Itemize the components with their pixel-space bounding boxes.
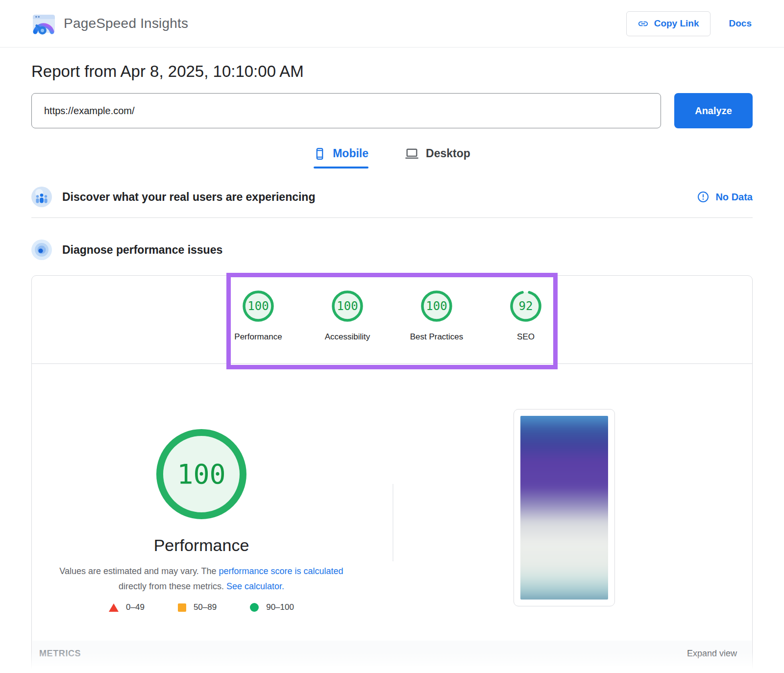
screenshot-frame bbox=[520, 416, 608, 600]
tab-desktop-label: Desktop bbox=[426, 147, 470, 160]
link-icon bbox=[637, 18, 649, 29]
legend-fail-range: 0–49 bbox=[126, 602, 145, 612]
score-value: 92 bbox=[509, 289, 542, 323]
score-ring: 100 bbox=[242, 289, 275, 323]
average-square-icon bbox=[178, 603, 186, 612]
score-ring: 92 bbox=[509, 289, 542, 323]
page-screenshot-thumbnail[interactable] bbox=[514, 409, 615, 606]
fail-triangle-icon bbox=[109, 603, 119, 612]
pagespeed-logo-icon bbox=[32, 12, 55, 35]
device-tabs: Mobile Desktop bbox=[31, 147, 753, 168]
performance-gauge-title: Performance bbox=[32, 536, 371, 555]
section-divider bbox=[31, 217, 753, 218]
legend-fail: 0–49 bbox=[109, 602, 145, 612]
laptop-icon bbox=[405, 148, 419, 160]
phone-icon bbox=[314, 147, 326, 160]
vertical-divider bbox=[392, 484, 393, 561]
category-scores-row: 100 Performance 100 Accessibility bbox=[32, 276, 752, 364]
pass-circle-icon bbox=[250, 603, 259, 612]
score-best-practices[interactable]: 100 Best Practices bbox=[392, 289, 481, 363]
header-actions: Copy Link Docs bbox=[626, 11, 752, 36]
expand-view-button[interactable]: Expand view bbox=[687, 649, 737, 659]
tab-desktop[interactable]: Desktop bbox=[405, 147, 470, 168]
tab-desktop-underline bbox=[405, 167, 470, 168]
score-accessibility[interactable]: 100 Accessibility bbox=[303, 289, 392, 363]
lab-data-header: Diagnose performance issues bbox=[31, 240, 222, 260]
docs-link[interactable]: Docs bbox=[729, 18, 752, 29]
gauge-desc-text-1: Values are estimated and may vary. The bbox=[59, 566, 219, 576]
url-row: Analyze bbox=[31, 93, 753, 128]
copy-link-label: Copy Link bbox=[654, 18, 699, 29]
metrics-footer: METRICS Expand view bbox=[32, 641, 752, 666]
brand[interactable]: PageSpeed Insights bbox=[32, 12, 188, 35]
score-label: Accessibility bbox=[325, 332, 370, 342]
lab-data-title: Diagnose performance issues bbox=[62, 243, 222, 257]
main-content: Report from Apr 8, 2025, 10:10:00 AM Ana… bbox=[0, 62, 784, 673]
metrics-heading: METRICS bbox=[39, 649, 81, 659]
analyze-button[interactable]: Analyze bbox=[674, 93, 753, 128]
lab-data-section: Diagnose performance issues bbox=[31, 240, 753, 260]
legend-pass-range: 90–100 bbox=[266, 602, 294, 612]
score-value: 100 bbox=[242, 289, 275, 323]
score-legend: 0–49 50–89 90–100 bbox=[32, 602, 371, 612]
score-calc-link[interactable]: performance score is calculated bbox=[219, 566, 343, 576]
report-title: Report from Apr 8, 2025, 10:10:00 AM bbox=[31, 62, 753, 81]
no-data-status[interactable]: No Data bbox=[697, 191, 753, 203]
copy-link-button[interactable]: Copy Link bbox=[626, 11, 710, 36]
field-data-title: Discover what your real users are experi… bbox=[62, 191, 315, 204]
see-calculator-link[interactable]: See calculator. bbox=[226, 581, 284, 591]
gauge-desc-text-2: directly from these metrics. bbox=[119, 581, 226, 591]
legend-pass: 90–100 bbox=[250, 602, 294, 612]
score-value: 100 bbox=[420, 289, 453, 323]
score-label: Best Practices bbox=[410, 332, 464, 342]
score-ring: 100 bbox=[331, 289, 364, 323]
app-header: PageSpeed Insights Copy Link Docs bbox=[0, 0, 784, 48]
app-title: PageSpeed Insights bbox=[64, 16, 188, 31]
error-icon bbox=[697, 191, 709, 203]
users-icon bbox=[31, 187, 52, 207]
score-value: 100 bbox=[331, 289, 364, 323]
field-data-section: Discover what your real users are experi… bbox=[31, 187, 753, 207]
field-data-header: Discover what your real users are experi… bbox=[31, 187, 315, 207]
score-performance[interactable]: 100 Performance bbox=[214, 289, 303, 363]
gauge-icon bbox=[31, 240, 52, 260]
performance-gauge[interactable]: 100 bbox=[156, 429, 246, 519]
tab-mobile[interactable]: Mobile bbox=[314, 147, 368, 168]
legend-average: 50–89 bbox=[178, 602, 217, 612]
screenshot-image bbox=[520, 416, 608, 600]
score-seo[interactable]: 92 SEO bbox=[481, 289, 570, 363]
gauge-description: Values are estimated and may vary. The p… bbox=[47, 564, 356, 594]
score-label: SEO bbox=[517, 332, 535, 342]
legend-average-range: 50–89 bbox=[194, 602, 217, 612]
url-input[interactable] bbox=[31, 93, 661, 128]
score-ring: 100 bbox=[420, 289, 453, 323]
tab-mobile-label: Mobile bbox=[333, 147, 368, 160]
score-label: Performance bbox=[234, 332, 282, 342]
report-card: 100 Performance 100 Accessibility bbox=[31, 275, 753, 673]
no-data-label: No Data bbox=[715, 192, 753, 203]
tab-mobile-underline bbox=[314, 167, 368, 168]
performance-gauge-section: 100 Performance Values are estimated and… bbox=[32, 364, 371, 612]
performance-gauge-value: 100 bbox=[177, 458, 225, 490]
